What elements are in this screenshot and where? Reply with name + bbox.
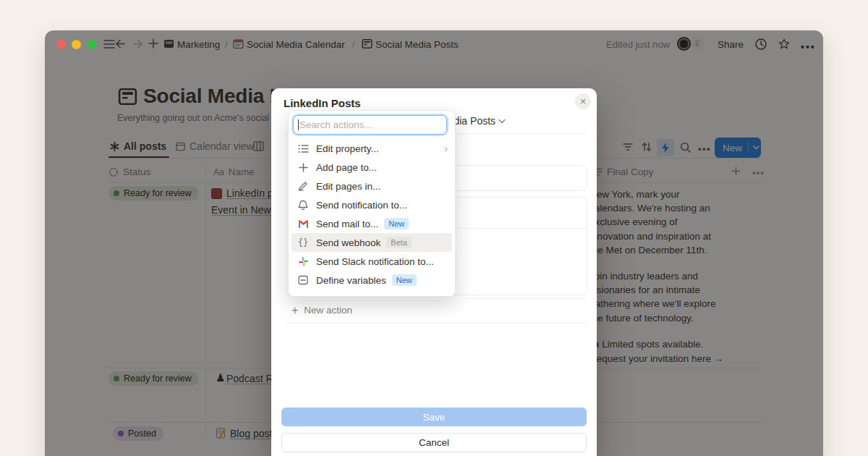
cancel-button[interactable]: Cancel bbox=[281, 433, 587, 452]
plus-icon bbox=[297, 161, 309, 173]
menu-item-send-webhook[interactable]: {} Send webhook Beta bbox=[292, 233, 452, 252]
app-window: Marketing / Social Media Calendar / Soci… bbox=[45, 30, 823, 456]
modal-divider bbox=[286, 323, 587, 324]
modal-divider bbox=[286, 298, 587, 299]
menu-item-send-slack[interactable]: Send Slack notification to... bbox=[292, 252, 452, 271]
beta-badge: Beta bbox=[386, 237, 412, 248]
new-badge: New bbox=[392, 274, 417, 286]
menu-item-add-page[interactable]: Add page to... bbox=[292, 158, 452, 177]
automation-modal: LinkedIn Posts ✕ Social Media Posts Edit… bbox=[271, 88, 597, 456]
bulleted-list-icon bbox=[297, 143, 309, 154]
plus-icon: + bbox=[292, 305, 298, 316]
bell-icon bbox=[297, 199, 309, 211]
menu-item-send-mail[interactable]: Send mail to... New bbox=[292, 214, 452, 233]
braces-icon: {} bbox=[297, 237, 309, 248]
close-icon[interactable]: ✕ bbox=[575, 93, 591, 109]
new-action-button[interactable]: + New action bbox=[292, 305, 352, 316]
pencil-icon bbox=[297, 180, 309, 192]
menu-item-edit-pages[interactable]: Edit pages in... bbox=[292, 177, 452, 195]
text-caret bbox=[298, 119, 299, 130]
new-badge: New bbox=[384, 218, 409, 229]
close-window-button[interactable] bbox=[56, 40, 66, 49]
variable-field-icon bbox=[297, 274, 309, 286]
slack-icon bbox=[297, 256, 309, 267]
chevron-down-icon bbox=[498, 119, 506, 124]
actions-dropdown: Edit property... › Add page to... Edit p… bbox=[288, 110, 456, 297]
minimize-window-button[interactable] bbox=[72, 40, 81, 49]
menu-item-define-variables[interactable]: Define variables New bbox=[292, 271, 452, 290]
menu-item-edit-property[interactable]: Edit property... › bbox=[292, 139, 452, 158]
submenu-chevron-icon: › bbox=[444, 143, 448, 154]
gmail-icon bbox=[297, 218, 309, 229]
menu-item-send-notification[interactable]: Send notification to... bbox=[292, 195, 452, 214]
save-button[interactable]: Save bbox=[281, 408, 587, 426]
search-input[interactable] bbox=[293, 115, 447, 135]
actions-menu: Edit property... › Add page to... Edit p… bbox=[292, 139, 452, 290]
modal-title: LinkedIn Posts bbox=[284, 97, 361, 109]
zoom-window-button[interactable] bbox=[87, 40, 96, 49]
